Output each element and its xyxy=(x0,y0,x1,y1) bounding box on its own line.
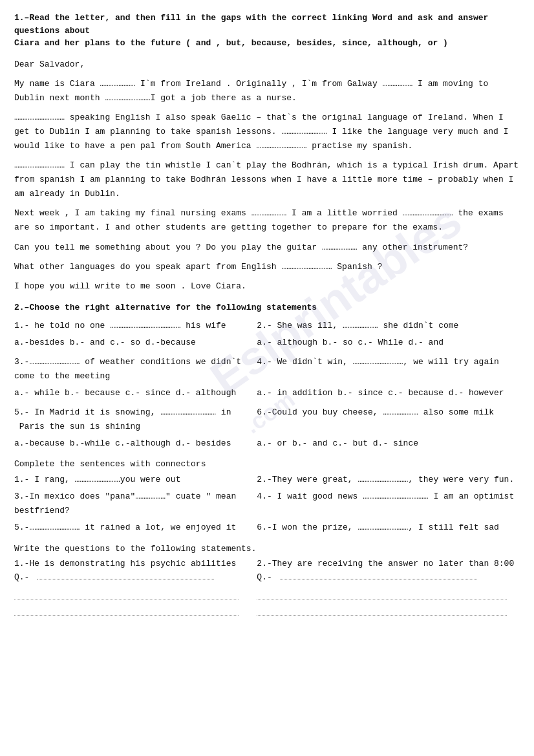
complete-row-2: 3.-In mexico does "pana"………………" cuate " … xyxy=(14,490,520,518)
ex1-right-text: 2.- She was ill, ………………… she didn`t come xyxy=(257,321,458,330)
extra-line-3[interactable] xyxy=(257,589,506,600)
exercise-row-5: 5.- In Madrid it is snowing, ……………………………… xyxy=(14,405,520,434)
exercise-5-right: 6.-Could you buy cheese, ………………… also so… xyxy=(257,405,520,434)
write-section: Write the questions to the following sta… xyxy=(14,544,520,616)
section2-title: 2.–Choose the right alternative for the … xyxy=(14,303,520,312)
exercise-row-1: 1.- he told no one …………………………………… his wi… xyxy=(14,319,520,333)
options-1-left: a.-besides b.- and c.- so d.-because xyxy=(14,336,257,350)
complete-2-left: 3.-In mexico does "pana"………………" cuate " … xyxy=(14,490,257,518)
write-1-left: 1.-He is demonstrating his psychic abili… xyxy=(14,559,257,568)
options-3-right: a.- in addition b.- since c.- because d.… xyxy=(257,386,520,400)
complete-1-right: 2.-They were great, …………………………, they wer… xyxy=(257,473,520,487)
exercise-3-right: 4.- We didn`t win, …………………………, we will t… xyxy=(257,355,520,383)
exercise-3-left: 3.-………………………… of weather conditions we d… xyxy=(14,355,257,383)
exercise-1-right: 2.- She was ill, ………………… she didn`t come xyxy=(257,319,520,333)
extra-line-left xyxy=(14,589,257,616)
complete-3-left: 5.-………………………… it rained a lot, we enjoye… xyxy=(14,521,257,535)
write-q-row: Q.- Q.- xyxy=(14,572,520,582)
extra-line-2[interactable] xyxy=(14,604,239,616)
extra-line-4[interactable] xyxy=(257,604,506,616)
write-1-right: 2.-They are receiving the answer no late… xyxy=(257,559,520,568)
letter-p5: Can you tell me something about you ? Do… xyxy=(14,241,520,255)
write-title: Write the questions to the following sta… xyxy=(14,544,520,554)
letter-p1: My name is Ciara ………………… I`m from Irelan… xyxy=(14,77,520,105)
extra-lines-row xyxy=(14,589,520,616)
options-1-right: a.- although b.- so c.- While d.- and xyxy=(257,336,520,350)
letter-p7: I hope you will write to me soon . Love … xyxy=(14,279,520,294)
q2-answer-line[interactable] xyxy=(280,579,477,579)
complete-2-right: 4.- I wait good news ………………………………… I am … xyxy=(257,490,520,518)
letter-p3: ………………………… I can play the tin whistle I … xyxy=(14,158,520,201)
extra-line-1[interactable] xyxy=(14,589,239,600)
complete-1-left: 1.- I rang, ………………………you were out xyxy=(14,473,257,487)
instructions-title: 1.–Read the letter, and then fill in the… xyxy=(14,12,520,50)
options-5-left: a.-because b.-while c.-although d.- besi… xyxy=(14,437,257,451)
letter-p2: ………………………… speaking English I also speak… xyxy=(14,111,520,153)
exercise-row-3: 3.-………………………… of weather conditions we d… xyxy=(14,355,520,383)
options-3-left: a.- while b.- because c.- since d.- alth… xyxy=(14,386,257,400)
write-row-1: 1.-He is demonstrating his psychic abili… xyxy=(14,559,520,568)
complete-title: Complete the sentences with connectors xyxy=(14,459,520,469)
extra-line-right xyxy=(257,589,520,616)
letter-block: Dear Salvador, My name is Ciara ………………… … xyxy=(14,58,520,294)
write-q-left: Q.- xyxy=(14,572,257,582)
options-row-3: a.- while b.- because c.- since d.- alth… xyxy=(14,386,520,400)
ex1-left-text: 1.- he told no one …………………………………… his wi… xyxy=(14,321,226,330)
options-row-5: a.-because b.-while c.-although d.- besi… xyxy=(14,437,520,451)
complete-3-right: 6.-I won the prize, …………………………, I still … xyxy=(257,521,520,535)
write-q-right: Q.- xyxy=(257,572,520,582)
exercise-1-left: 1.- he told no one …………………………………… his wi… xyxy=(14,319,257,333)
salutation: Dear Salvador, xyxy=(14,58,520,72)
letter-p6: What other languages do you speak apart … xyxy=(14,260,520,274)
complete-row-1: 1.- I rang, ………………………you were out 2.-The… xyxy=(14,473,520,487)
q1-answer-line[interactable] xyxy=(37,579,214,579)
options-5-right: a.- or b.- and c.- but d.- since xyxy=(257,437,520,451)
complete-section: Complete the sentences with connectors 1… xyxy=(14,459,520,535)
exercise-5-left: 5.- In Madrid it is snowing, ……………………………… xyxy=(14,405,257,434)
complete-row-3: 5.-………………………… it rained a lot, we enjoye… xyxy=(14,521,520,535)
letter-p4: Next week , I am taking my final nursing… xyxy=(14,206,520,235)
options-row-1: a.-besides b.- and c.- so d.-because a.-… xyxy=(14,336,520,350)
